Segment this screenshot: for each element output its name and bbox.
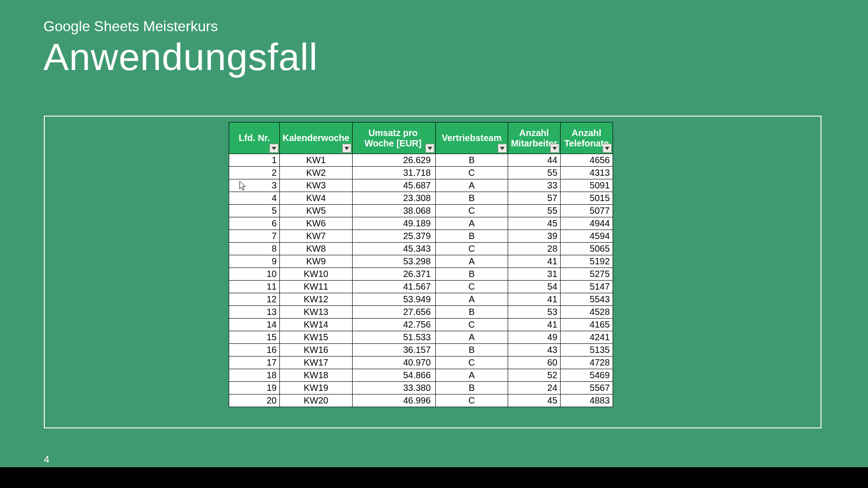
cell-mitarbeiter: 39 [508, 230, 560, 243]
col-label: Lfd. Nr. [239, 133, 270, 143]
cell-kw: KW17 [280, 357, 353, 369]
col-umsatz: Umsatz pro Woche [EUR] [352, 122, 435, 154]
cell-umsatz: 53.298 [352, 255, 435, 268]
filter-icon[interactable] [425, 144, 434, 153]
cell-mitarbeiter: 55 [508, 205, 560, 217]
cell-umsatz: 51.533 [352, 331, 435, 344]
cell-team: B [435, 268, 508, 281]
cell-team: A [435, 293, 508, 306]
cell-telefonate: 5135 [560, 344, 613, 357]
cell-kw: KW1 [280, 154, 353, 167]
cell-team: C [435, 281, 508, 293]
cell-kw: KW14 [280, 319, 353, 331]
filter-icon[interactable] [342, 144, 351, 153]
cell-telefonate: 5015 [560, 192, 613, 205]
cell-telefonate: 5192 [560, 255, 613, 268]
cell-kw: KW12 [280, 293, 353, 306]
cell-team: C [435, 167, 508, 179]
cell-umsatz: 36.157 [352, 344, 435, 357]
slide: Google Sheets Meisterkurs Anwendungsfall… [0, 0, 868, 467]
table-row: 19KW1933.380B245567 [229, 382, 613, 394]
cell-mitarbeiter: 49 [508, 331, 560, 344]
col-telefonate: Anzahl Telefonate [560, 122, 613, 154]
table-row: 16KW1636.157B435135 [229, 344, 613, 357]
cell-nr: 18 [229, 369, 280, 382]
col-label: Umsatz pro Woche [EUR] [364, 128, 421, 148]
table-row: 13KW1327.656B534528 [229, 306, 613, 319]
cell-telefonate: 4241 [560, 331, 613, 344]
cell-umsatz: 33.380 [352, 382, 435, 394]
cell-mitarbeiter: 24 [508, 382, 560, 394]
filter-icon[interactable] [269, 144, 278, 153]
col-label: Kalenderwoche [283, 133, 349, 143]
cell-kw: KW10 [280, 268, 353, 281]
cell-umsatz: 53.949 [352, 293, 435, 306]
cell-kw: KW7 [280, 230, 353, 243]
cell-telefonate: 4313 [560, 167, 613, 179]
cell-nr: 11 [229, 281, 280, 293]
cell-nr: 9 [229, 255, 280, 268]
table-row: 6KW649.189A454944 [229, 217, 613, 230]
cell-telefonate: 5091 [560, 179, 613, 192]
table-row: 18KW1854.866A525469 [229, 369, 613, 382]
table-row: 4KW423.308B575015 [229, 192, 613, 205]
cell-umsatz: 25.379 [352, 230, 435, 243]
col-kalenderwoche: Kalenderwoche [280, 122, 353, 154]
cell-nr: 3 [229, 179, 280, 192]
page-title: Anwendungsfall [43, 35, 318, 79]
table-row: 10KW1026.371B315275 [229, 268, 613, 281]
cell-nr: 10 [229, 268, 280, 281]
table-row: 20KW2046.996C454883 [229, 394, 613, 407]
data-table: Lfd. Nr. Kalenderwoche Umsatz pro Woche … [229, 122, 613, 407]
cell-nr: 8 [229, 243, 280, 255]
cell-telefonate: 4728 [560, 357, 613, 369]
cell-team: C [435, 319, 508, 331]
table-row: 2KW231.718C554313 [229, 167, 613, 179]
filter-icon[interactable] [498, 144, 507, 153]
cell-kw: KW4 [280, 192, 353, 205]
table-row: 9KW953.298A415192 [229, 255, 613, 268]
cell-kw: KW20 [280, 394, 353, 407]
cell-umsatz: 54.866 [352, 369, 435, 382]
col-label: Vertriebsteam [442, 133, 501, 143]
cell-umsatz: 45.687 [352, 179, 435, 192]
cell-umsatz: 38.068 [352, 205, 435, 217]
cell-kw: KW18 [280, 369, 353, 382]
cell-team: A [435, 369, 508, 382]
cell-telefonate: 5469 [560, 369, 613, 382]
cell-team: B [435, 192, 508, 205]
cell-telefonate: 5567 [560, 382, 613, 394]
cell-mitarbeiter: 60 [508, 357, 560, 369]
table-row: 5KW538.068C555077 [229, 205, 613, 217]
filter-icon[interactable] [550, 144, 559, 153]
cell-mitarbeiter: 45 [508, 394, 560, 407]
cell-mitarbeiter: 43 [508, 344, 560, 357]
table-row: 15KW1551.533A494241 [229, 331, 613, 344]
cell-kw: KW19 [280, 382, 353, 394]
cell-kw: KW3 [280, 179, 353, 192]
cell-team: B [435, 306, 508, 319]
cell-telefonate: 4594 [560, 230, 613, 243]
col-vertriebsteam: Vertriebsteam [435, 122, 508, 154]
table-row: 14KW1442.756C414165 [229, 319, 613, 331]
cell-nr: 1 [229, 154, 280, 167]
cell-mitarbeiter: 57 [508, 192, 560, 205]
cell-nr: 16 [229, 344, 280, 357]
cell-mitarbeiter: 41 [508, 319, 560, 331]
cell-mitarbeiter: 41 [508, 255, 560, 268]
cell-telefonate: 5147 [560, 281, 613, 293]
filter-icon[interactable] [603, 144, 612, 153]
cell-nr: 17 [229, 357, 280, 369]
cell-team: B [435, 344, 508, 357]
cell-team: A [435, 217, 508, 230]
cell-telefonate: 5543 [560, 293, 613, 306]
cell-kw: KW6 [280, 217, 353, 230]
cell-mitarbeiter: 33 [508, 179, 560, 192]
cell-mitarbeiter: 54 [508, 281, 560, 293]
cell-team: C [435, 394, 508, 407]
cell-team: C [435, 357, 508, 369]
cell-team: A [435, 331, 508, 344]
cell-mitarbeiter: 45 [508, 217, 560, 230]
cell-telefonate: 5275 [560, 268, 613, 281]
cell-team: C [435, 205, 508, 217]
